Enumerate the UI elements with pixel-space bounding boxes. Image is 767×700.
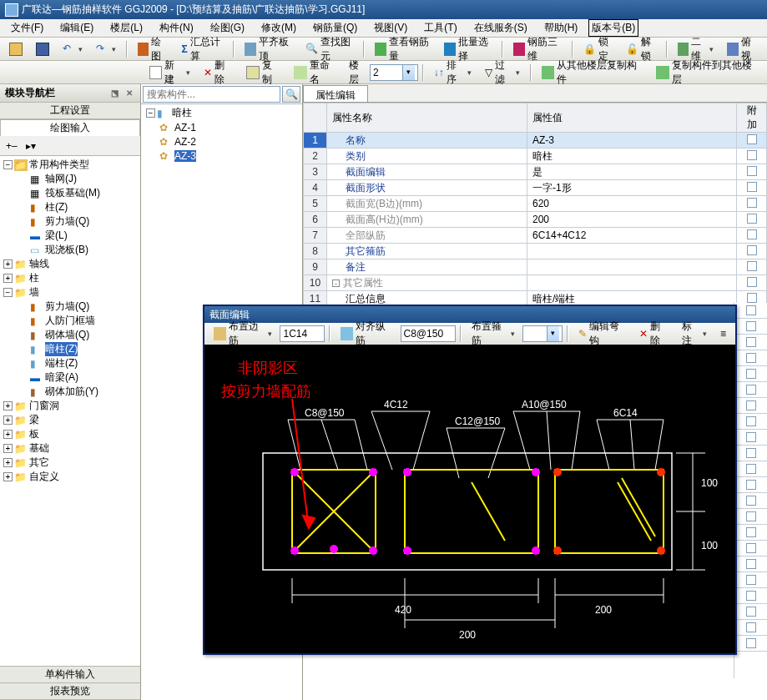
property-row[interactable]: 10-其它属性	[304, 275, 767, 291]
svg-point-26	[369, 468, 377, 476]
tree-item[interactable]: ▮砌体墙(Q)	[0, 328, 140, 342]
tree-item[interactable]: ▭现浇板(B)	[0, 243, 140, 257]
extra-checkbox[interactable]	[747, 293, 757, 303]
extra-checkbox[interactable]	[746, 559, 756, 569]
filter-icon: ▽	[485, 67, 492, 78]
extra-checkbox[interactable]	[747, 182, 757, 192]
tree-item[interactable]: ▬梁(L)	[0, 229, 140, 243]
property-row[interactable]: 2类别暗柱	[304, 149, 767, 164]
tab-report-preview[interactable]: 报表预览	[0, 683, 140, 700]
svg-point-27	[290, 546, 299, 555]
tree-collapse-icon[interactable]: +–	[3, 138, 20, 154]
property-row[interactable]: 4截面形状一字-1形	[304, 180, 767, 196]
tree-item[interactable]: ▮柱(Z)	[0, 200, 140, 214]
extra-checkbox[interactable]	[746, 575, 756, 585]
tree-item[interactable]: +📁梁	[0, 413, 140, 427]
property-row[interactable]: 5截面宽(B边)(mm)620	[304, 196, 767, 212]
extra-checkbox[interactable]	[746, 432, 756, 442]
extra-checkbox[interactable]	[747, 245, 757, 255]
tb-save-icon[interactable]	[30, 39, 55, 59]
tree-item[interactable]: ▮砌体加筋(Y)	[0, 385, 140, 399]
tree-item[interactable]: ▦轴网(J)	[0, 172, 140, 186]
section-editor-toolbar: 布置边筋▾ 1C14 对齐纵筋 C8@150 布置箍筋▾ ▾ ✎编辑弯钩 ✕删除…	[204, 323, 735, 345]
tree-item-selected[interactable]: ▮暗柱(Z)	[0, 342, 140, 356]
extra-checkbox[interactable]	[746, 496, 756, 506]
extra-checkbox[interactable]	[746, 480, 756, 490]
menu-edit[interactable]: 编辑(E)	[53, 19, 101, 37]
extra-checkbox[interactable]	[746, 305, 756, 315]
extra-checkbox[interactable]	[746, 369, 756, 379]
gj-combo[interactable]: ▾	[522, 325, 562, 342]
tab-single-input[interactable]: 单构件输入	[0, 667, 140, 683]
tree-item[interactable]: ▮剪力墙(Q)	[0, 300, 140, 314]
extra-checkbox[interactable]	[747, 166, 757, 176]
nav-tree[interactable]: −📁常用构件类型 ▦轴网(J) ▦筏板基础(M) ▮柱(Z) ▮剪力墙(Q) ▬…	[0, 156, 140, 666]
extra-checkbox[interactable]	[746, 527, 756, 537]
extra-checkbox[interactable]	[747, 261, 757, 271]
tab-eng-settings[interactable]: 工程设置	[0, 103, 140, 119]
extra-checkbox[interactable]	[747, 277, 757, 287]
component-item-selected[interactable]: ✿AZ-3	[143, 149, 300, 163]
tree-item[interactable]: +📁基础	[0, 441, 140, 456]
tb-open-icon[interactable]	[3, 39, 28, 59]
property-row[interactable]: 7全部纵筋6C14+4C12	[304, 228, 767, 244]
tree-item[interactable]: +📁门窗洞	[0, 399, 140, 413]
extra-checkbox[interactable]	[746, 337, 756, 347]
extra-checkbox[interactable]	[746, 511, 756, 521]
extra-checkbox[interactable]	[746, 591, 756, 601]
extra-checkbox[interactable]	[747, 214, 757, 224]
tree-item[interactable]: +📁其它	[0, 456, 140, 470]
property-row[interactable]: 3截面编辑是	[304, 164, 767, 180]
extra-checkbox[interactable]	[746, 448, 756, 458]
extra-checkbox[interactable]	[747, 134, 757, 144]
edge-input[interactable]: 1C14	[280, 325, 324, 342]
main-area: 模块导航栏⬔ ✕ 工程设置 绘图输入 +– ▸▾ −📁常用构件类型 ▦轴网(J)…	[0, 84, 767, 700]
svg-line-23	[618, 482, 651, 541]
extra-checkbox[interactable]	[746, 400, 756, 410]
component-item[interactable]: ✿AZ-2	[143, 134, 300, 149]
menu-file[interactable]: 文件(F)	[3, 19, 51, 37]
tree-item[interactable]: ▮端柱(Z)	[0, 356, 140, 370]
property-row[interactable]: 6截面高(H边)(mm)200	[304, 212, 767, 228]
tree-item[interactable]: +📁自定义	[0, 470, 140, 484]
svg-text:6C14: 6C14	[613, 407, 638, 419]
floor-combo[interactable]: 2▾	[370, 64, 418, 81]
search-button[interactable]: 🔍	[282, 86, 300, 103]
svg-point-25	[290, 468, 299, 476]
extra-checkbox[interactable]	[746, 464, 756, 474]
component-item[interactable]: ✿AZ-1	[143, 120, 300, 134]
tree-item[interactable]: ▮人防门框墙	[0, 314, 140, 328]
extra-checkbox[interactable]	[747, 150, 757, 160]
property-row[interactable]: 1名称AZ-3	[304, 133, 767, 149]
tree-item[interactable]: ▮剪力墙(Q)	[0, 214, 140, 229]
svg-text:100: 100	[701, 540, 718, 551]
tree-expand-icon[interactable]: ▸▾	[23, 138, 38, 154]
panel-controls[interactable]: ⬔ ✕	[111, 88, 135, 98]
extra-checkbox[interactable]	[747, 198, 757, 208]
extra-checkbox[interactable]	[747, 229, 757, 239]
tb-undo-icon[interactable]: ↶▾	[57, 39, 88, 59]
section-canvas[interactable]: 非阴影区 按剪力墙配筋	[204, 345, 735, 653]
extra-checkbox[interactable]	[746, 638, 756, 648]
property-row[interactable]: 9备注	[304, 259, 767, 275]
extra-checkbox[interactable]	[746, 385, 756, 395]
search-input[interactable]	[143, 86, 280, 103]
col-value: 属性值	[527, 103, 737, 133]
svg-line-3	[321, 420, 338, 470]
extra-checkbox[interactable]	[746, 321, 756, 331]
property-row[interactable]: 8其它箍筋	[304, 244, 767, 259]
extra-checkbox[interactable]	[746, 607, 756, 617]
tree-item[interactable]: ▬暗梁(A)	[0, 370, 140, 385]
extra-checkbox[interactable]	[746, 353, 756, 363]
extra-checkbox[interactable]	[746, 543, 756, 553]
tb-viewsteel[interactable]: 查看钢筋量	[369, 32, 436, 67]
btn-section-menu[interactable]: ≡	[714, 325, 732, 343]
align-input[interactable]: C8@150	[401, 325, 456, 342]
tab-property-edit[interactable]: 属性编辑	[303, 85, 368, 102]
extra-checkbox[interactable]	[746, 416, 756, 426]
tree-item[interactable]: +📁板	[0, 427, 140, 441]
tab-draw-input[interactable]: 绘图输入	[0, 119, 140, 136]
tb-redo-icon[interactable]: ↷▾	[90, 39, 122, 59]
extra-checkbox[interactable]	[746, 622, 756, 632]
tree-item[interactable]: ▦筏板基础(M)	[0, 186, 140, 200]
